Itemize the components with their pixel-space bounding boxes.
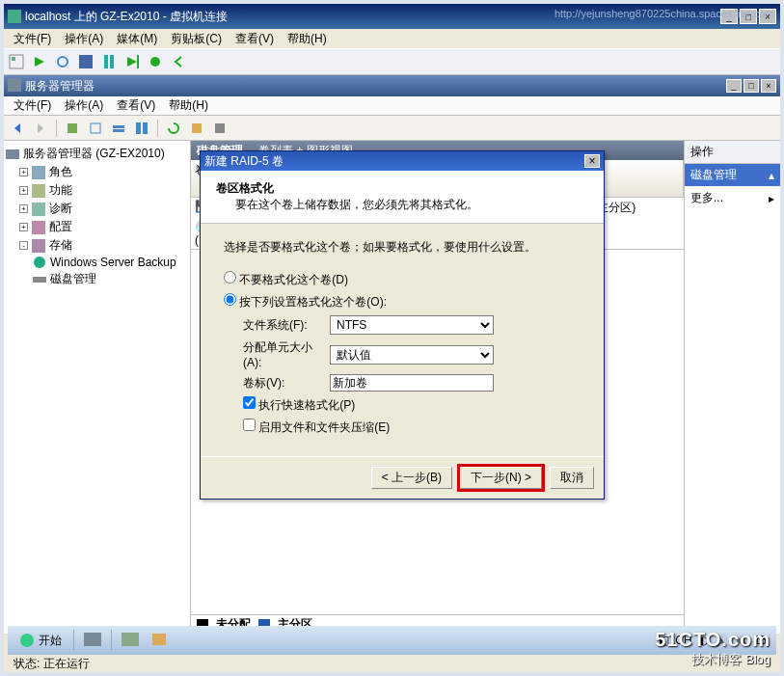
volume-label-input[interactable] — [330, 374, 494, 392]
tree-root[interactable]: 服务器管理器 (GZ-EX2010) — [6, 145, 188, 163]
svg-rect-24 — [32, 221, 45, 234]
taskbar-item-2[interactable] — [116, 629, 145, 653]
tool-icon-5[interactable] — [187, 119, 206, 138]
cancel-button[interactable]: 取消 — [550, 467, 594, 489]
tree-storage[interactable]: -存储 — [6, 236, 188, 255]
svg-rect-25 — [32, 239, 45, 253]
svg-rect-15 — [113, 129, 124, 132]
back-button[interactable]: < 上一步(B) — [371, 467, 452, 489]
svg-rect-5 — [79, 55, 93, 68]
sm-menu-view[interactable]: 查看(V) — [111, 95, 161, 116]
start-icon[interactable] — [31, 53, 48, 70]
expand-icon[interactable]: + — [19, 204, 28, 213]
tree-config[interactable]: +配置 — [6, 218, 188, 236]
ctrl-alt-del-icon[interactable] — [8, 53, 25, 70]
collapse-icon[interactable]: - — [19, 241, 28, 250]
tree-item-label: 存储 — [49, 237, 72, 254]
features-icon — [32, 184, 45, 198]
tool-icon-6[interactable] — [210, 119, 230, 138]
save-icon[interactable] — [77, 53, 95, 70]
vm-title: localhost 上的 GZ-Ex2010 - 虚拟机连接 — [25, 9, 228, 25]
vm-toolbar — [4, 48, 780, 75]
expand-icon[interactable]: + — [19, 168, 28, 176]
wizard-buttons: < 上一步(B) 下一步(N) > 取消 — [201, 456, 604, 499]
forward-icon[interactable] — [31, 119, 50, 138]
sm-menu-file[interactable]: 文件(F) — [8, 95, 57, 116]
wizard-titlebar: 新建 RAID-5 卷 × — [201, 151, 604, 171]
tree-item-label: Windows Server Backup — [50, 256, 176, 269]
start-label: 开始 — [39, 633, 62, 649]
sm-menu-help[interactable]: 帮助(H) — [163, 95, 214, 116]
radio-format[interactable]: 按下列设置格式化这个卷(O): — [224, 293, 387, 311]
sm-menu-action[interactable]: 操作(A) — [59, 95, 109, 116]
vm-menu-clipboard[interactable]: 剪贴板(C) — [165, 29, 228, 49]
roles-icon — [32, 166, 45, 179]
volume-label-label: 卷标(V): — [224, 375, 330, 392]
refresh-icon[interactable] — [164, 119, 183, 138]
tool-icon-2[interactable] — [86, 119, 105, 138]
taskbar-item-3[interactable] — [145, 629, 174, 653]
lang-indicator[interactable]: CH — [675, 634, 691, 647]
fs-select[interactable]: NTFS — [330, 315, 494, 335]
sm-maximize[interactable]: □ — [743, 79, 759, 93]
sm-minimize[interactable]: _ — [726, 79, 742, 93]
actions-pane: 操作 磁盘管理 ▴ 更多... ▸ — [684, 141, 780, 634]
compression-checkbox[interactable]: 启用文件和文件夹压缩(E) — [243, 419, 390, 436]
tree-diag[interactable]: +诊断 — [6, 200, 188, 218]
sm-menubar: 文件(F) 操作(A) 查看(V) 帮助(H) — [4, 96, 780, 116]
tray-time[interactable]: 15 — [754, 634, 767, 647]
back-icon[interactable] — [8, 119, 27, 138]
wizard-prompt: 选择是否要格式化这个卷；如果要格式化，要使用什么设置。 — [224, 239, 581, 256]
svg-point-4 — [58, 57, 68, 67]
vm-menu-help[interactable]: 帮助(H) — [282, 29, 333, 49]
close-button[interactable]: × — [759, 9, 776, 24]
minimize-button[interactable]: _ — [720, 9, 738, 24]
revert-icon[interactable] — [170, 53, 187, 70]
vm-menu-view[interactable]: 查看(V) — [230, 29, 280, 49]
tray-icon[interactable]: ◧ — [659, 634, 669, 647]
svg-point-28 — [20, 634, 34, 647]
vm-menu-action[interactable]: 操作(A) — [59, 29, 109, 49]
svg-rect-30 — [122, 633, 139, 646]
au-select[interactable]: 默认值 — [330, 345, 494, 365]
backup-icon — [33, 256, 46, 269]
tree-wsb[interactable]: Windows Server Backup — [6, 255, 188, 270]
start-button[interactable]: 开始 — [12, 631, 69, 651]
sm-close[interactable]: × — [761, 79, 776, 93]
windows-icon — [19, 633, 35, 648]
snapshot-icon[interactable] — [147, 53, 164, 70]
vm-menu-file[interactable]: 文件(F) — [8, 29, 57, 49]
tree-diskmgmt[interactable]: 磁盘管理 — [6, 270, 188, 288]
vm-menu-media[interactable]: 媒体(M) — [111, 29, 163, 49]
tree-item-label: 磁盘管理 — [50, 271, 96, 287]
next-button[interactable]: 下一步(N) > — [460, 467, 542, 489]
tool-icon-4[interactable] — [132, 119, 151, 138]
expand-icon[interactable]: + — [19, 186, 28, 195]
radio-no-format[interactable]: 不要格式化这个卷(D) — [224, 271, 348, 288]
actions-more[interactable]: 更多... ▸ — [685, 186, 780, 210]
actions-title: 操作 — [685, 141, 780, 164]
tray-icon[interactable]: ◐ — [698, 634, 708, 647]
tray-icon[interactable]: 🔌 — [734, 634, 748, 647]
quick-format-checkbox[interactable]: 执行快速格式化(P) — [243, 396, 355, 414]
tray-icon[interactable]: 🔊 — [714, 634, 728, 647]
tool-icon-1[interactable] — [63, 119, 82, 138]
wizard-close-button[interactable]: × — [584, 154, 600, 168]
pause-icon[interactable] — [100, 53, 118, 70]
wizard-title: 新建 RAID-5 卷 — [204, 153, 284, 170]
maximize-button[interactable]: □ — [740, 9, 757, 24]
shutdown-icon[interactable] — [54, 53, 71, 70]
sm-titlebar: 服务器管理器 _ □ × — [4, 75, 780, 96]
tree-roles[interactable]: +角色 — [6, 163, 188, 181]
expand-icon[interactable]: + — [19, 223, 28, 231]
wizard-body: 选择是否要格式化这个卷；如果要格式化，要使用什么设置。 不要格式化这个卷(D) … — [201, 224, 604, 456]
tool-icon-3[interactable] — [109, 119, 128, 138]
raid5-wizard: 新建 RAID-5 卷 × 卷区格式化 要在这个卷上储存数据，您必须先将其格式化… — [200, 150, 605, 500]
actions-selected[interactable]: 磁盘管理 ▴ — [685, 164, 780, 186]
tree-features[interactable]: +功能 — [6, 181, 188, 200]
reset-icon[interactable] — [123, 53, 141, 70]
diag-icon — [32, 203, 45, 216]
taskbar-item-1[interactable] — [78, 629, 107, 653]
checkbox-label: 执行快速格式化(P) — [258, 398, 355, 412]
server-icon — [6, 148, 19, 161]
